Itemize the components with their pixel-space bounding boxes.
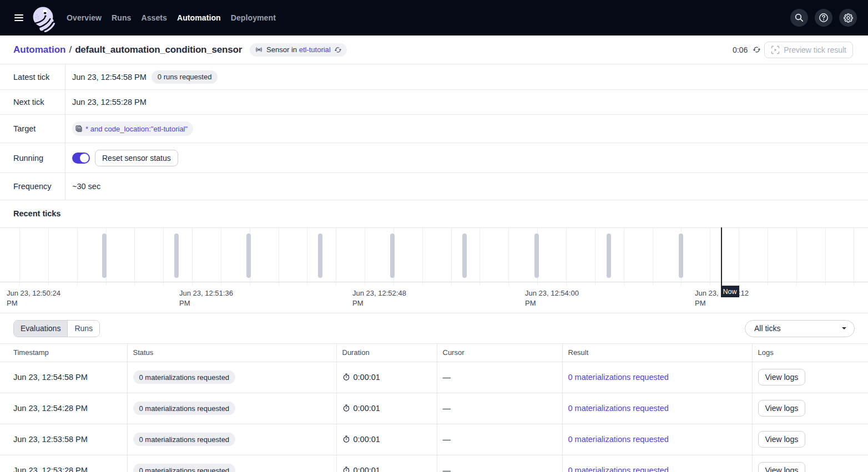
chart-gridline bbox=[653, 228, 653, 286]
duration-cell: 0:00:01 bbox=[342, 466, 437, 472]
tick-bar[interactable] bbox=[102, 234, 107, 278]
axis-label-line2: PM bbox=[352, 298, 406, 308]
chart-gridline bbox=[480, 228, 480, 286]
evaluation-logs: View logs bbox=[752, 362, 868, 393]
chevron-down-icon bbox=[842, 327, 846, 329]
nav-assets[interactable]: Assets bbox=[141, 13, 167, 22]
settings-button[interactable] bbox=[839, 9, 857, 27]
evaluation-logs: View logs bbox=[752, 455, 868, 472]
nav-deployment[interactable]: Deployment bbox=[231, 13, 276, 22]
timer-icon bbox=[342, 435, 350, 443]
chart-axis-label: Jun 23, 12:52:48PM bbox=[352, 288, 406, 308]
col-result: Result bbox=[562, 344, 752, 362]
chart-gridline bbox=[307, 228, 307, 286]
reload-location-icon[interactable] bbox=[334, 46, 342, 54]
latest-tick-row: Latest tick Jun 23, 12:54:58 PM 0 runs r… bbox=[0, 64, 868, 90]
menu-button[interactable] bbox=[14, 14, 23, 21]
running-label: Running bbox=[0, 143, 65, 172]
preview-tick-icon bbox=[771, 45, 780, 54]
breadcrumb-bar: Automation / default_automation_conditio… bbox=[0, 35, 868, 64]
evaluation-result: 0 materializations requested bbox=[562, 362, 752, 393]
ticks-view-segmented-control: Evaluations Runs bbox=[13, 320, 100, 337]
tick-filter-value: All ticks bbox=[754, 324, 780, 333]
evaluation-status: 0 materializations requested bbox=[127, 455, 336, 472]
evaluation-status: 0 materializations requested bbox=[127, 362, 336, 393]
page-title: default_automation_condition_sensor bbox=[75, 44, 242, 55]
view-logs-button[interactable]: View logs bbox=[758, 462, 806, 472]
evaluation-row: Jun 23, 12:54:28 PM0 materializations re… bbox=[0, 393, 868, 424]
prop-value-cell: Jun 23, 12:55:28 PM bbox=[65, 90, 147, 114]
tick-bar[interactable] bbox=[174, 234, 179, 278]
target-selection-chip[interactable]: * and code_location:"etl-tutorial" bbox=[72, 121, 193, 136]
chart-gridline bbox=[221, 228, 221, 286]
evaluation-result: 0 materializations requested bbox=[562, 455, 752, 472]
tab-evaluations[interactable]: Evaluations bbox=[14, 321, 67, 337]
view-logs-button[interactable]: View logs bbox=[758, 369, 806, 385]
nav-overview[interactable]: Overview bbox=[67, 13, 102, 22]
target-label: Target bbox=[0, 115, 65, 143]
help-button[interactable] bbox=[815, 9, 832, 27]
col-status: Status bbox=[127, 344, 336, 362]
evaluation-logs: View logs bbox=[752, 393, 868, 424]
view-logs-button[interactable]: View logs bbox=[758, 400, 806, 417]
preview-tick-result-label: Preview tick result bbox=[784, 45, 846, 54]
prop-value-cell: Jun 23, 12:54:58 PM 0 runs requested bbox=[65, 64, 218, 89]
search-button[interactable] bbox=[790, 9, 808, 27]
axis-label-line2: PM bbox=[7, 298, 60, 308]
ticks-tabs-row: Evaluations Runs All ticks bbox=[0, 313, 868, 344]
nav-automation[interactable]: Automation bbox=[177, 13, 221, 22]
result-link[interactable]: 0 materializations requested bbox=[568, 373, 669, 382]
etl-tutorial-link[interactable]: etl-tutorial bbox=[299, 45, 331, 54]
result-link[interactable]: 0 materializations requested bbox=[568, 466, 669, 472]
reset-sensor-status-button[interactable]: Reset sensor status bbox=[95, 150, 178, 166]
refresh-button[interactable] bbox=[753, 45, 761, 54]
recent-ticks-title: Recent ticks bbox=[0, 200, 868, 227]
tick-bar[interactable] bbox=[462, 234, 467, 278]
tick-bar[interactable] bbox=[534, 234, 539, 278]
evaluation-timestamp: Jun 23, 12:53:28 PM bbox=[0, 455, 127, 472]
chart-gridline bbox=[566, 228, 567, 286]
top-navigation-bar: Overview Runs Assets Automation Deployme… bbox=[0, 0, 868, 35]
chart-gridline bbox=[422, 228, 423, 286]
dagster-logo[interactable] bbox=[31, 6, 57, 32]
evaluation-timestamp: Jun 23, 12:54:58 PM bbox=[0, 362, 127, 393]
evaluation-row: Jun 23, 12:53:28 PM0 materializations re… bbox=[0, 455, 868, 472]
tab-runs[interactable]: Runs bbox=[67, 321, 99, 337]
chart-gridline bbox=[595, 228, 596, 286]
sensor-badge-prefix: Sensor in bbox=[266, 45, 297, 54]
tick-bar[interactable] bbox=[679, 234, 683, 278]
sensor-details-table: Latest tick Jun 23, 12:54:58 PM 0 runs r… bbox=[0, 64, 868, 200]
preview-tick-result-button[interactable]: Preview tick result bbox=[764, 42, 853, 58]
sensor-badge-text: Sensor in etl-tutorial bbox=[266, 45, 331, 54]
view-logs-button[interactable]: View logs bbox=[758, 431, 806, 448]
tick-bar[interactable] bbox=[390, 234, 395, 278]
chart-gridline bbox=[365, 228, 365, 286]
col-logs: Logs bbox=[752, 344, 868, 362]
tick-bar[interactable] bbox=[607, 234, 611, 278]
breadcrumb-automation-link[interactable]: Automation bbox=[13, 44, 65, 55]
evaluation-result: 0 materializations requested bbox=[562, 393, 752, 424]
chart-axis-label: Jun 23, 12:50:24PM bbox=[7, 288, 60, 308]
frequency-row: Frequency ~30 sec bbox=[0, 173, 868, 200]
prop-value-cell: ~30 sec bbox=[65, 173, 100, 200]
chart-axis-label: Jun 23, 12:54:00PM bbox=[525, 288, 579, 308]
chart-gridline bbox=[710, 228, 710, 286]
evaluation-timestamp: Jun 23, 12:53:58 PM bbox=[0, 424, 127, 455]
running-toggle[interactable] bbox=[72, 153, 90, 164]
result-link[interactable]: 0 materializations requested bbox=[568, 435, 669, 444]
chart-gridline bbox=[451, 228, 452, 286]
result-link[interactable]: 0 materializations requested bbox=[568, 404, 669, 413]
chart-gridline bbox=[825, 228, 826, 286]
frequency-label: Frequency bbox=[0, 173, 65, 200]
axis-label-line2: PM bbox=[179, 298, 233, 308]
nav-runs[interactable]: Runs bbox=[112, 13, 131, 22]
tick-filter-select[interactable]: All ticks bbox=[745, 320, 855, 337]
tick-bar[interactable] bbox=[318, 234, 322, 278]
tick-bar[interactable] bbox=[246, 234, 251, 278]
evaluation-duration: 0:00:01 bbox=[336, 362, 437, 393]
evaluation-cursor: — bbox=[437, 455, 562, 472]
chart-gridline bbox=[19, 228, 20, 286]
chart-gridline bbox=[77, 228, 78, 286]
toggle-knob bbox=[80, 154, 89, 163]
col-cursor: Cursor bbox=[437, 344, 562, 362]
